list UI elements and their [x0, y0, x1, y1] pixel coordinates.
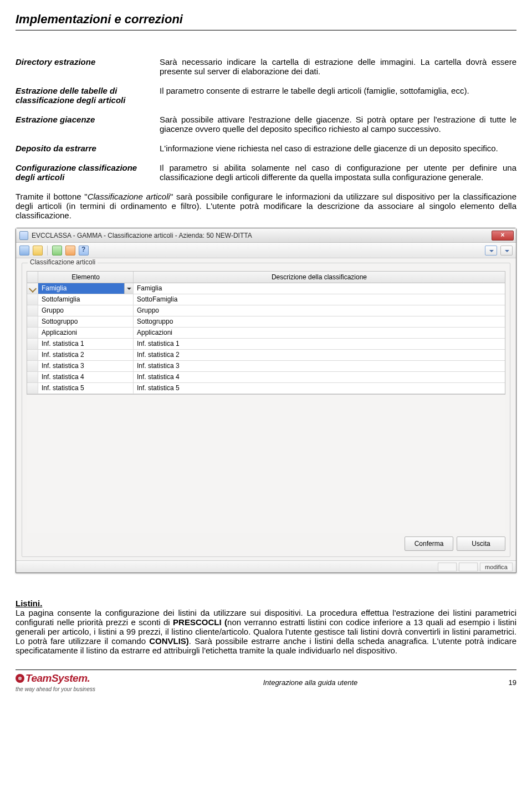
footer-rule [16, 670, 516, 670]
groupbox-legend: Classificazione articoli [28, 258, 98, 266]
classification-grid: Elemento Descrizione della classificazio… [27, 271, 505, 395]
toolbar-icon[interactable] [52, 246, 62, 255]
table-row[interactable]: Inf. statistica 2 Inf. statistica 2 [27, 350, 505, 361]
cell-elemento: Sottogruppo [38, 316, 133, 327]
text-bold: CONVLIS) [149, 636, 189, 646]
toolbar-icon[interactable] [19, 246, 29, 255]
table-row[interactable]: Applicazioni Applicazioni [27, 328, 505, 339]
close-button[interactable]: × [492, 231, 514, 241]
cell-descrizione: Sottogruppo [134, 316, 505, 327]
table-row[interactable]: Sottogruppo Sottogruppo [27, 316, 505, 328]
brand-logo: TeamSystem. the way ahead for your busin… [16, 672, 137, 693]
cell-elemento: Gruppo [38, 305, 133, 316]
cell-elemento: Inf. statistica 4 [38, 372, 133, 382]
table-row[interactable]: Inf. statistica 5 Inf. statistica 5 [27, 383, 505, 394]
toolbar-icon[interactable] [33, 246, 43, 255]
brand-tagline: the way ahead for your business [16, 686, 95, 692]
definitions-block: Directory estrazione Sarà necessario ind… [16, 57, 516, 182]
cell-elemento: Inf. statistica 5 [38, 383, 133, 394]
def-term: Configurazione classificazione degli art… [16, 163, 160, 182]
def-term: Directory estrazione [16, 57, 160, 76]
brand-name: TeamSystem. [25, 672, 90, 684]
cell-elemento: Applicazioni [38, 328, 133, 338]
table-row[interactable]: Inf. statistica 4 Inf. statistica 4 [27, 372, 505, 383]
screenshot-window: EVCCLASSA - GAMMA - Classificazione arti… [16, 228, 516, 573]
page-footer: TeamSystem. the way ahead for your busin… [16, 672, 516, 696]
status-mode: modifica [480, 563, 513, 571]
confirm-button[interactable]: Conferma [405, 536, 453, 551]
status-cell [438, 563, 457, 571]
text: Tramite il bottone " [16, 192, 88, 201]
cell-descrizione: Inf. statistica 3 [134, 361, 505, 371]
page-number: 19 [483, 678, 516, 687]
status-cell [459, 563, 478, 571]
cell-descrizione[interactable]: Famiglia [134, 283, 505, 294]
cell-elemento[interactable]: Famiglia [38, 283, 134, 294]
table-row[interactable]: Inf. statistica 3 Inf. statistica 3 [27, 361, 505, 372]
toolbar-dropdown[interactable] [500, 246, 513, 255]
gear-icon [16, 674, 24, 683]
table-row[interactable]: Gruppo Gruppo [27, 305, 505, 316]
def-term: Deposito da estrarre [16, 144, 160, 153]
table-row[interactable]: Sottofamiglia SottoFamiglia [27, 294, 505, 305]
def-term: Estrazione giacenze [16, 115, 160, 134]
intro-paragraph: Tramite il bottone "Classificazione arti… [16, 192, 516, 220]
page-title: Implementazioni e correzioni [16, 12, 516, 27]
def-desc: Sarà necessario indicare la cartella di … [160, 57, 516, 76]
def-desc: L'informazione viene richiesta nel caso … [160, 144, 516, 153]
cell-descrizione: SottoFamiglia [134, 294, 505, 305]
toolbar-icon[interactable] [65, 246, 75, 255]
cell-descrizione: Inf. statistica 2 [134, 350, 505, 360]
table-row[interactable]: Famiglia Famiglia [27, 283, 505, 294]
col-header-descrizione: Descrizione della classificazione [134, 272, 505, 283]
toolbar-separator [47, 246, 48, 255]
def-term: Estrazione delle tabelle di classificazi… [16, 86, 160, 105]
app-icon [19, 231, 28, 240]
cell-descrizione: Inf. statistica 1 [134, 339, 505, 349]
cell-descrizione: Gruppo [134, 305, 505, 316]
table-row[interactable]: Inf. statistica 1 Inf. statistica 1 [27, 339, 505, 350]
edit-row-icon[interactable] [27, 283, 38, 294]
listini-paragraph: Listini. La pagina consente la configura… [16, 599, 516, 655]
cell-elemento: Sottofamiglia [38, 294, 133, 305]
cell-descrizione: Inf. statistica 5 [134, 383, 505, 394]
def-desc: Il parametro si abilita solamente nel ca… [160, 163, 516, 182]
grid-header: Elemento Descrizione della classificazio… [27, 272, 505, 283]
cell-elemento: Inf. statistica 2 [38, 350, 133, 360]
help-icon[interactable] [79, 246, 89, 255]
exit-button[interactable]: Uscita [457, 536, 505, 551]
dialog-footer: Conferma Uscita [27, 536, 505, 551]
cell-elemento: Inf. statistica 1 [38, 339, 133, 349]
header-rule [16, 30, 516, 30]
cell-descrizione: Inf. statistica 4 [134, 372, 505, 382]
dropdown-icon[interactable] [124, 283, 133, 294]
window-title: EVCCLASSA - GAMMA - Classificazione arti… [32, 232, 492, 239]
button-name-italic: Classificazione articoli [88, 192, 170, 201]
cell-elemento: Inf. statistica 3 [38, 361, 133, 371]
window-titlebar: EVCCLASSA - GAMMA - Classificazione arti… [16, 228, 516, 243]
def-desc: Il parametro consente di estrarre le tab… [160, 86, 516, 105]
def-desc: Sarà possibile attivare l'estrazione del… [160, 115, 516, 134]
grid-empty-area [27, 395, 505, 533]
toolbar-dropdown[interactable] [485, 246, 497, 255]
groupbox-classificazione: Classificazione articoli Elemento Descri… [22, 263, 510, 557]
footer-center-text: Integrazione alla guida utente [137, 678, 483, 687]
pencil-icon [28, 284, 36, 292]
cell-descrizione: Applicazioni [134, 328, 505, 338]
text-bold: PRESCOCLI ( [173, 617, 227, 627]
col-header-elemento: Elemento [38, 272, 134, 283]
listini-heading: Listini. [16, 599, 42, 608]
status-bar: modifica [16, 560, 516, 573]
toolbar [16, 243, 516, 258]
